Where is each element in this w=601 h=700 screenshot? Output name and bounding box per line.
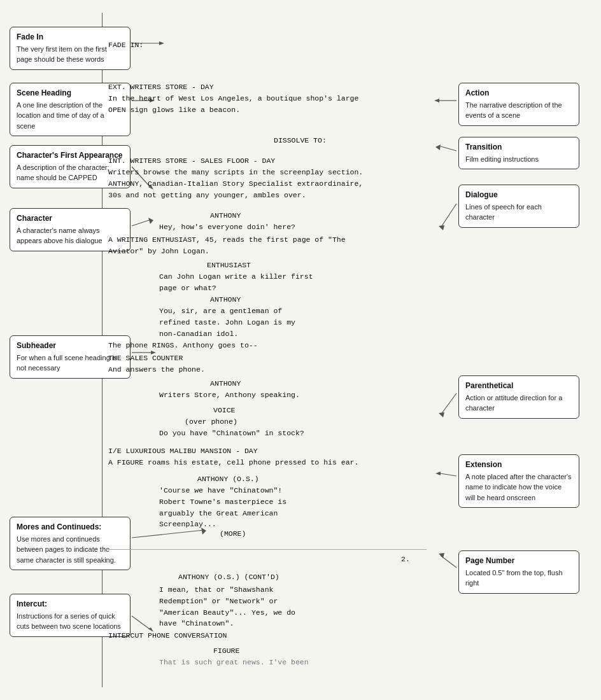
annotation-dialogue-title: Dialogue [465, 190, 572, 200]
script-page-number: 2. [401, 554, 410, 565]
svg-marker-25 [439, 553, 444, 558]
annotation-page-number-body: Located 0.5" from the top, flush right [465, 569, 563, 587]
script-scene3: I/E LUXURIOUS MALIBU MANSION - DAY [108, 445, 258, 457]
annotation-parenthetical-title: Parenthetical [465, 381, 572, 391]
script-subheader1: THE SALES COUNTER [108, 353, 183, 364]
annotation-char-first-title: Character's First Appearance [17, 150, 124, 161]
svg-marker-23 [435, 472, 441, 475]
script-charname7: ANTHONY (O.S.) (CONT'D) [178, 571, 279, 583]
page-break-line [102, 549, 427, 550]
annotation-transition: Transition Film editing instructions [458, 137, 579, 169]
annotation-action: Action The narrative description of the … [458, 83, 579, 126]
script-dialogue3: You, sir, are a gentleman ofrefined tast… [159, 305, 376, 339]
script-parenthetical2: (MORE) [220, 528, 246, 540]
script-dialogue7: I mean, that or "ShawshankRedemption" or… [159, 584, 376, 629]
svg-line-6 [132, 220, 151, 226]
script-charname4: ANTHONY [210, 378, 241, 389]
script-action5: The phone RINGS. Anthony goes to-- [108, 340, 420, 351]
script-action4: A WRITING ENTHUSIAST, 45, reads the firs… [108, 234, 420, 257]
svg-marker-7 [148, 218, 153, 224]
script-dialogue2: Can John Logan write a killer firstpage … [159, 271, 376, 294]
svg-marker-21 [439, 412, 444, 417]
script-dialogue5: Do you have "Chinatown" in stock? [159, 428, 376, 439]
svg-marker-19 [439, 225, 444, 230]
annotation-transition-title: Transition [465, 142, 572, 153]
svg-line-18 [441, 204, 456, 228]
annotation-parenthetical-body: Action or attitude direction for a chara… [465, 394, 562, 412]
script-action2: Writers browse the many scripts in the s… [108, 167, 420, 178]
script-action6: And answers the phone. [108, 364, 205, 375]
svg-marker-15 [434, 99, 439, 102]
svg-line-10 [132, 530, 204, 538]
annotation-scene-heading-title: Scene Heading [17, 88, 124, 99]
annotation-intercut-body: Instructions for a series of quick cuts … [17, 612, 121, 630]
script-parenthetical1: (over phone) [185, 416, 237, 428]
annotation-fade-in-body: The very first item on the first page sh… [17, 45, 107, 63]
annotation-page-number-title: Page Number [465, 556, 572, 566]
script-action1: In the heart of West Los Angeles, a bout… [108, 93, 420, 116]
annotation-extension-body: A note placed after the character's name… [465, 473, 572, 501]
annotation-action-body: The narrative description of the events … [465, 101, 562, 119]
script-fade-in: FADE IN: [108, 39, 143, 51]
annotation-extension-title: Extension [465, 459, 572, 470]
script-subheader2: INTERCUT PHONE CONVERSATION [108, 630, 227, 641]
script-dialogue8-partial: That is such great news. I've been [159, 657, 376, 668]
script-charname5: VOICE [213, 405, 236, 416]
annotation-dialogue: Dialogue Lines of speech for each charac… [458, 185, 579, 228]
script-dialogue6: 'Course we have "Chinatown"!Robert Towne… [159, 485, 376, 530]
script-transition: DISSOLVE TO: [274, 135, 327, 146]
svg-line-20 [441, 393, 456, 415]
script-scene1: EXT. WRITERS STORE - DAY [108, 81, 214, 93]
annotation-mores-body: Use mores and continueds between pages t… [17, 535, 116, 564]
script-char-first-appear: ANTHONY, Canadian-Italian Story Speciali… [108, 178, 420, 201]
annotation-action-title: Action [465, 88, 572, 99]
annotation-extension: Extension A note placed after the charac… [458, 454, 579, 508]
annotation-transition-body: Film editing instructions [465, 155, 539, 163]
script-dialogue4: Writers Store, Anthony speaking. [159, 389, 376, 401]
svg-marker-17 [435, 144, 441, 150]
script-charname3: ANTHONY [210, 294, 241, 305]
annotation-character-title: Character [17, 213, 124, 224]
annotation-parenthetical: Parenthetical Action or attitude directi… [458, 375, 579, 419]
annotation-mores-title: Mores and Continueds: [17, 522, 124, 533]
annotation-intercut-title: Intercut: [17, 599, 124, 610]
svg-marker-1 [159, 41, 164, 45]
annotation-subheader-body: For when a full scene heading is not nec… [17, 354, 117, 372]
script-charname2: ENTHUSIAST [207, 260, 251, 271]
script-charname8: FIGURE [213, 645, 239, 657]
annotation-scene-heading-body: A one line description of the location a… [17, 101, 104, 130]
svg-line-16 [441, 146, 456, 151]
page: Fade In The very first item on the first… [0, 0, 601, 700]
annotation-page-number: Page Number Located 0.5" from the top, f… [458, 550, 579, 594]
svg-line-22 [441, 473, 456, 476]
annotation-subheader-title: Subheader [17, 340, 124, 351]
svg-line-24 [441, 556, 456, 568]
svg-line-12 [132, 616, 151, 630]
annotation-character-body: A character's name always appears above … [17, 227, 103, 244]
annotation-dialogue-body: Lines of speech for each character [465, 203, 542, 221]
script-scene2: INT. WRITERS STORE - SALES FLOOR - DAY [108, 155, 275, 167]
annotation-mores: Mores and Continueds: Use mores and cont… [10, 517, 131, 570]
annotation-char-first-body: A description of the character; name sho… [17, 164, 110, 181]
script-charname1: ANTHONY [210, 210, 241, 221]
script-dialogue1: Hey, how's everyone doin' here? [159, 221, 376, 233]
script-charname6: ANTHONY (O.S.) [197, 473, 259, 485]
annotation-fade-in-title: Fade In [17, 32, 124, 43]
script-action7: A FIGURE roams his estate, cell phone pr… [108, 457, 420, 468]
